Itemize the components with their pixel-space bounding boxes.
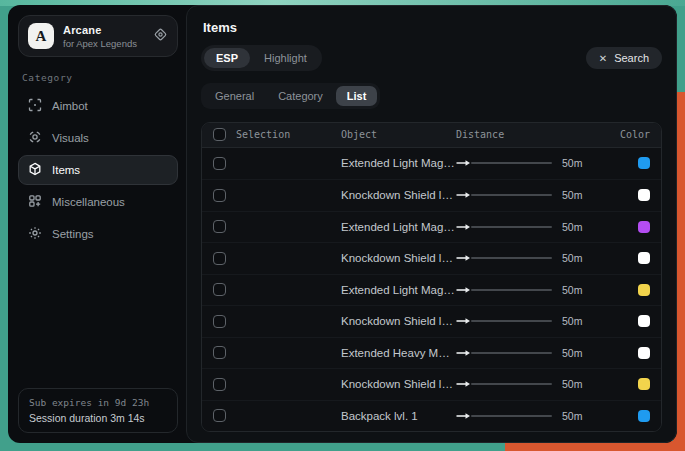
eye-icon <box>28 130 42 146</box>
slider-thumb-arrow-icon <box>456 349 471 357</box>
object-name: Extended Light Mag Level 3 <box>341 221 456 233</box>
diamond-icon[interactable] <box>153 27 168 46</box>
view-tab-group: General Category List <box>201 83 380 109</box>
table-row: Extended Light Mag Level 2 50m <box>202 148 661 180</box>
slider-track <box>471 226 552 228</box>
distance-slider[interactable] <box>456 317 552 325</box>
distance-value: 50m <box>562 315 582 327</box>
main-panel: Items ESP Highlight ✕ Search General Cat… <box>186 5 677 443</box>
distance-value: 50m <box>562 378 582 390</box>
sidebar-item-miscellaneous[interactable]: Miscellaneous <box>18 187 178 217</box>
slider-track <box>471 415 552 417</box>
select-all-checkbox[interactable] <box>213 128 226 141</box>
distance-slider[interactable] <box>456 349 552 357</box>
grid-icon <box>28 194 42 210</box>
distance-slider[interactable] <box>456 412 552 420</box>
object-name: Knockdown Shield lvl. 3 <box>341 315 456 327</box>
column-header-selection: Selection <box>236 129 290 140</box>
color-swatch[interactable] <box>638 157 650 169</box>
color-swatch[interactable] <box>638 315 650 327</box>
distance-value: 50m <box>562 189 582 201</box>
desktop-background: A Arcane for Apex Legends Category <box>0 0 685 451</box>
slider-track <box>471 383 552 385</box>
tab-highlight[interactable]: Highlight <box>252 48 319 68</box>
distance-value: 50m <box>562 284 582 296</box>
distance-slider[interactable] <box>456 380 552 388</box>
session-duration-text: Session duration 3m 14s <box>29 412 167 424</box>
sidebar-item-label: Items <box>52 164 80 176</box>
app-window: A Arcane for Apex Legends Category <box>8 5 677 443</box>
gear-icon <box>28 226 42 242</box>
sidebar-item-label: Visuals <box>52 132 89 144</box>
row-checkbox[interactable] <box>213 220 226 233</box>
row-checkbox[interactable] <box>213 157 226 170</box>
mode-tab-group: ESP Highlight <box>201 45 322 71</box>
distance-value: 50m <box>562 157 582 169</box>
page-title: Items <box>203 20 660 35</box>
sidebar-item-aimbot[interactable]: Aimbot <box>18 91 178 121</box>
app-name: Arcane <box>63 24 144 36</box>
slider-thumb-arrow-icon <box>456 223 471 231</box>
table-row: Extended Light Mag Level 3 50m <box>202 211 661 243</box>
tab-general[interactable]: General <box>204 86 265 106</box>
row-checkbox[interactable] <box>213 189 226 202</box>
table-row: Extended Light Mag Level 4 50m <box>202 274 661 306</box>
color-swatch[interactable] <box>638 221 650 233</box>
app-logo: A <box>28 23 54 49</box>
slider-thumb-arrow-icon <box>456 380 471 388</box>
table-row: Knockdown Shield lvl. 2 50m <box>202 242 661 274</box>
slider-thumb-arrow-icon <box>456 286 471 294</box>
distance-value: 50m <box>562 410 582 422</box>
column-header-object: Object <box>341 129 456 140</box>
distance-slider[interactable] <box>456 223 552 231</box>
toolbar: ESP Highlight ✕ Search <box>201 45 662 71</box>
sidebar-section-label: Category <box>22 72 174 83</box>
column-header-color: Color <box>614 129 650 140</box>
sidebar-item-items[interactable]: Items <box>18 155 178 185</box>
tab-category[interactable]: Category <box>267 86 334 106</box>
slider-track <box>471 289 552 291</box>
sidebar-item-label: Aimbot <box>52 100 88 112</box>
distance-slider[interactable] <box>456 286 552 294</box>
color-swatch[interactable] <box>638 378 650 390</box>
row-checkbox[interactable] <box>213 283 226 296</box>
slider-thumb-arrow-icon <box>456 317 471 325</box>
table-header-row: Selection Object Distance Color <box>202 123 661 148</box>
slider-track <box>471 257 552 259</box>
color-swatch[interactable] <box>638 284 650 296</box>
distance-slider[interactable] <box>456 159 552 167</box>
object-name: Extended Light Mag Level 2 <box>341 157 456 169</box>
row-checkbox[interactable] <box>213 346 226 359</box>
row-checkbox[interactable] <box>213 252 226 265</box>
table-body: Extended Light Mag Level 2 50m Knockdown… <box>202 148 661 432</box>
sidebar-item-visuals[interactable]: Visuals <box>18 123 178 153</box>
color-swatch[interactable] <box>638 410 650 422</box>
table-row: Knockdown Shield lvl. 1 50m <box>202 179 661 211</box>
table-row: Knockdown Shield lvl. 3 50m <box>202 305 661 337</box>
color-swatch[interactable] <box>638 189 650 201</box>
sidebar: A Arcane for Apex Legends Category <box>8 5 186 443</box>
color-swatch[interactable] <box>638 252 650 264</box>
table-row: Extended Heavy Mag Level 1 50m <box>202 337 661 369</box>
sidebar-item-settings[interactable]: Settings <box>18 219 178 249</box>
object-name: Backpack lvl. 1 <box>341 410 456 422</box>
app-subtitle: for Apex Legends <box>63 38 144 49</box>
tab-list[interactable]: List <box>336 86 378 106</box>
distance-slider[interactable] <box>456 191 552 199</box>
distance-value: 50m <box>562 221 582 233</box>
distance-value: 50m <box>562 252 582 264</box>
row-checkbox[interactable] <box>213 378 226 391</box>
row-checkbox[interactable] <box>213 315 226 328</box>
slider-thumb-arrow-icon <box>456 191 471 199</box>
tab-esp[interactable]: ESP <box>204 48 250 68</box>
slider-thumb-arrow-icon <box>456 254 471 262</box>
search-button[interactable]: ✕ Search <box>586 47 662 69</box>
object-name: Extended Light Mag Level 4 <box>341 284 456 296</box>
color-swatch[interactable] <box>638 347 650 359</box>
column-header-distance: Distance <box>456 129 614 140</box>
distance-slider[interactable] <box>456 254 552 262</box>
slider-track <box>471 162 552 164</box>
subscription-info-card: Sub expires in 9d 23h Session duration 3… <box>18 388 178 433</box>
search-button-label: Search <box>614 52 649 64</box>
row-checkbox[interactable] <box>213 409 226 422</box>
